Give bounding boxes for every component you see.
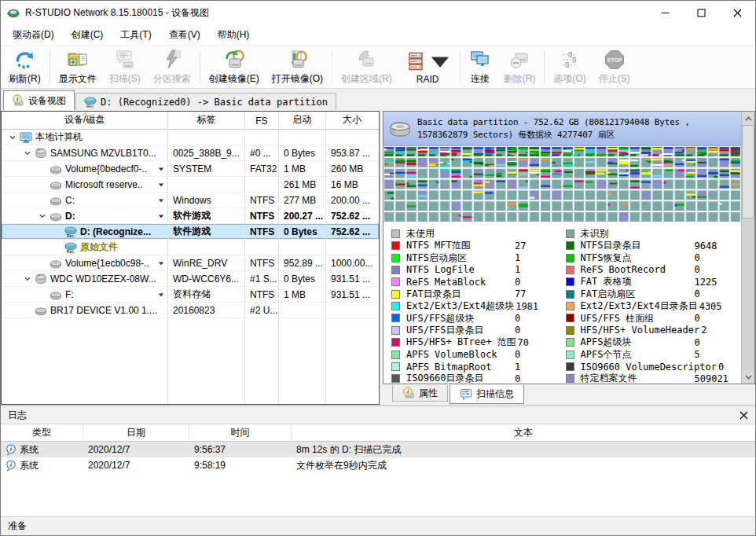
menu-item-h[interactable]: 帮助(H) — [209, 25, 259, 45]
tree-row[interactable]: 本地计算机 — [2, 130, 379, 145]
toolbar-button-create-image[interactable]: 创建镜像(E) — [203, 47, 266, 86]
tree-row[interactable]: Rec.原始文件 — [2, 240, 379, 255]
close-button[interactable] — [719, 1, 755, 24]
device-name-cell: Volume{1ecb0c98-.. — [2, 255, 168, 270]
menu-item-v[interactable]: 查看(V) — [160, 25, 209, 45]
log-time-cell: 9:58:19 — [189, 460, 292, 471]
view-tab-device-view[interactable]: i设备视图 — [3, 90, 75, 110]
tree-row[interactable]: Microsoft reserve..261 MB16 MB — [2, 177, 379, 193]
tab-label: 扫描信息 — [476, 387, 514, 401]
tree-column-header-3[interactable]: 启动 — [278, 112, 325, 129]
tree-column-header-4[interactable]: 大小 — [325, 112, 379, 129]
menu-item-t[interactable]: 工具(T) — [112, 25, 160, 45]
hdd-icon — [388, 119, 412, 138]
row-dropdown-icon[interactable] — [158, 260, 167, 266]
maximize-button[interactable] — [683, 1, 719, 24]
column-divider[interactable] — [278, 112, 279, 404]
expand-chevron[interactable] — [6, 134, 19, 141]
toolbar-button-connect[interactable]: 连接 — [463, 47, 497, 86]
legend-count: 1 — [513, 252, 520, 263]
legend-count: 1 — [513, 264, 520, 275]
row-dropdown-icon[interactable] — [158, 166, 167, 172]
refresh-icon — [13, 49, 35, 71]
scroll-thumb[interactable] — [742, 125, 754, 218]
log-row[interactable]: i系统2020/12/79:56:378m 12s 的 D: 扫描已完成 — [1, 442, 755, 457]
tree-row[interactable]: Volume{0bedecf0-..SYSTEMFAT321 MB260 MB — [2, 161, 379, 177]
expand-chevron[interactable] — [35, 212, 49, 220]
toolbar-button-open-image[interactable]: 打开镜像(O) — [266, 47, 329, 86]
expand-chevron[interactable] — [20, 149, 34, 157]
menu-item-c[interactable]: 创建(C) — [63, 25, 112, 45]
bottom-tab-scan-info[interactable]: 扫描信息 — [450, 385, 524, 404]
row-dropdown-icon[interactable] — [158, 292, 167, 298]
tree-row[interactable]: C:WindowsNTFS277 MB200.00 ... — [2, 193, 379, 208]
tree-row[interactable]: F:资料存储NTFS1 MB931.51 ... — [2, 287, 379, 303]
toolbar-button-partition-search[interactable]: 分区搜索 — [147, 47, 197, 86]
column-divider[interactable] — [167, 112, 168, 404]
tree-column-header-2[interactable]: FS — [244, 112, 278, 129]
scan-blocks-canvas — [384, 146, 741, 222]
log-column-header-3[interactable]: 文本 — [292, 424, 755, 441]
scroll-down-arrow[interactable] — [742, 370, 754, 384]
toolbar-button-options[interactable]: 选项(O) — [547, 47, 592, 86]
device-name: 原始文件 — [80, 240, 118, 254]
toolbar-button-stop[interactable]: STOP停止(S) — [593, 47, 637, 86]
log-row[interactable]: i系统2020/12/79:58:19文件枚举在9秒内完成 — [1, 457, 755, 473]
device-name: 本地计算机 — [35, 130, 83, 144]
volume-icon — [50, 288, 62, 301]
scan-info-icon — [460, 388, 472, 401]
tree-row[interactable]: Volume{1ecb0c98-..WinRE_DRVNTFS952.89 ..… — [2, 255, 379, 271]
toolbar: 刷新(R)显示文件扫描(S)分区搜索创建镜像(E)打开镜像(O)创建区域(R)R… — [1, 45, 755, 89]
vertical-scrollbar[interactable] — [741, 112, 754, 384]
log-header: 类型日期时间文本 — [1, 424, 755, 442]
tree-row[interactable]: Rec.D: (Recognize...软件游戏NTFS0 Bytes752.6… — [2, 224, 379, 240]
scroll-track[interactable] — [742, 125, 754, 370]
toolbar-button-label: 删除(R) — [504, 72, 536, 86]
log-close-icon[interactable] — [739, 411, 748, 420]
toolbar-button-show-files[interactable]: 显示文件 — [53, 47, 103, 86]
size-cell — [326, 130, 380, 145]
toolbar-button-delete[interactable]: 删除(R) — [497, 47, 542, 86]
tree-column-header-1[interactable]: 标签 — [168, 112, 245, 129]
tree-row[interactable]: BR17 DEVICE V1.00 1....20160823#2 U... — [2, 303, 379, 318]
device-tree-panel: 设备/磁盘标签FS启动大小 本地计算机SAMSUNG MZVLB1T0...00… — [1, 111, 380, 405]
create-region-icon — [355, 49, 377, 71]
row-dropdown-icon[interactable] — [158, 182, 167, 188]
fs-cell: #2 U... — [245, 303, 279, 318]
fs-cell — [245, 177, 279, 192]
tree-row[interactable]: WDC WD10EZEX-08W...WD-WCC6Y6...#1 S...0 … — [2, 271, 379, 287]
toolbar-button-refresh[interactable]: 刷新(R) — [2, 47, 47, 86]
column-divider[interactable] — [325, 112, 326, 404]
row-dropdown-icon[interactable] — [158, 197, 167, 204]
toolbar-button-label: 刷新(R) — [9, 72, 41, 86]
size-cell: 931.51 ... — [326, 271, 380, 286]
partition-info-header: Basic data partition - 752.62 GB (808121… — [384, 112, 741, 146]
tree-row[interactable]: SAMSUNG MZVLB1T0...0025_388B_9...#0 ...0… — [2, 145, 379, 161]
dropdown-arrow-icon — [429, 50, 451, 72]
log-column-header-2[interactable]: 时间 — [189, 424, 292, 441]
scroll-up-arrow[interactable] — [742, 112, 754, 125]
legend-item: ReFS MetaBlock0 — [391, 276, 566, 288]
toolbar-button-raid[interactable]: RAID — [398, 47, 457, 86]
legend-count: 1 — [513, 362, 520, 373]
boot-cell: 200.27 ... — [279, 208, 326, 223]
column-divider[interactable] — [244, 112, 245, 404]
column-label: 标签 — [196, 113, 215, 127]
scan-icon — [114, 49, 136, 71]
toolbar-button-scan[interactable]: 扫描(S) — [103, 47, 147, 86]
toolbar-button-create-region[interactable]: 创建区域(R) — [335, 47, 398, 86]
view-tab-partition[interactable]: Rec.D: (Recognized0) -> Basic data parti… — [75, 93, 336, 110]
tree-row[interactable]: D:软件游戏NTFS200.27 ...752.62 ... — [2, 208, 379, 224]
log-column-header-0[interactable]: 类型 — [1, 424, 83, 441]
arrow-down-icon — [745, 375, 752, 380]
legend-item: UFS/FFS 柱面组0 — [566, 312, 740, 324]
fs-cell: NTFS — [245, 193, 279, 207]
bottom-tab-properties[interactable]: i属性 — [392, 385, 448, 402]
tree-column-header-0[interactable]: 设备/磁盘 — [2, 112, 168, 129]
row-dropdown-icon[interactable] — [158, 213, 167, 219]
legend-swatch — [391, 326, 400, 335]
expand-chevron[interactable] — [20, 275, 34, 283]
log-column-header-1[interactable]: 日期 — [83, 424, 189, 441]
minimize-button[interactable] — [647, 1, 683, 24]
menu-item-d[interactable]: 驱动器(D) — [4, 25, 63, 45]
